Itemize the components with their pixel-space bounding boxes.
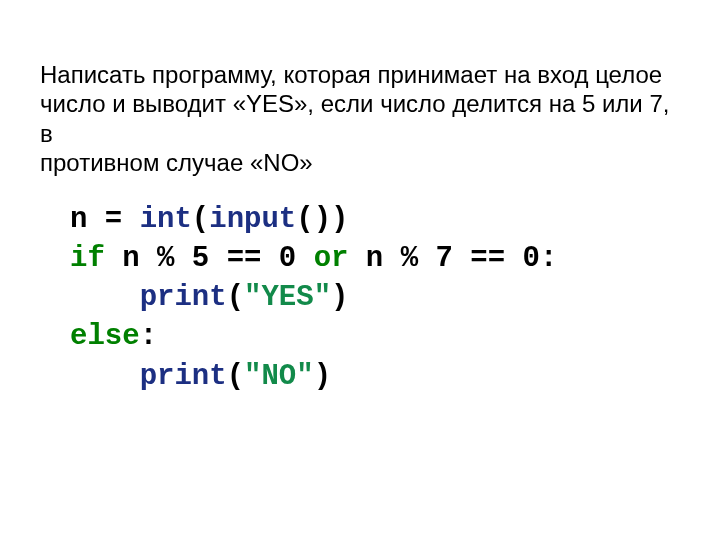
code-line-4: else: xyxy=(70,320,157,353)
code-line-3: print("YES") xyxy=(70,281,348,314)
kw-else: else xyxy=(70,320,140,353)
task-description: Написать программу, которая принимает на… xyxy=(40,60,670,177)
code-line-5: print("NO") xyxy=(70,360,331,393)
fn-input: input xyxy=(209,203,296,236)
str-yes: "YES" xyxy=(244,281,331,314)
str-no: "NO" xyxy=(244,360,314,393)
fn-print-2: print xyxy=(140,360,227,393)
task-line-3: противном случае «NO» xyxy=(40,149,313,176)
code-line-2: if n % 5 == 0 or n % 7 == 0: xyxy=(70,242,557,275)
kw-if: if xyxy=(70,242,105,275)
task-line-2: число и выводит «YES», если число делитс… xyxy=(40,90,669,146)
code-block: n = int(input()) if n % 5 == 0 or n % 7 … xyxy=(70,200,557,396)
task-line-1: Написать программу, которая принимает на… xyxy=(40,61,662,88)
code-line-1: n = int(input()) xyxy=(70,203,348,236)
slide: Написать программу, которая принимает на… xyxy=(0,0,720,540)
fn-print-1: print xyxy=(140,281,227,314)
fn-int: int xyxy=(140,203,192,236)
kw-or: or xyxy=(314,242,349,275)
